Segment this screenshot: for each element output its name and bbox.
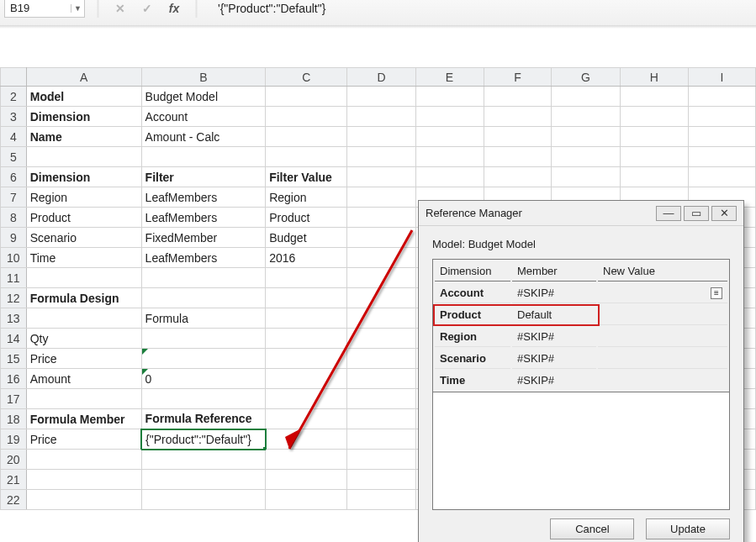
row-header-2[interactable]: 2 <box>1 87 27 107</box>
cell-empty[interactable] <box>620 167 688 187</box>
col-member[interactable]: Member <box>512 261 596 282</box>
cell-C8[interactable]: Product <box>266 208 347 228</box>
cell-B5[interactable] <box>141 147 266 167</box>
cell-C17[interactable] <box>266 389 347 409</box>
cell-A4[interactable]: Name <box>26 127 141 147</box>
col-newvalue[interactable]: New Value <box>598 261 727 282</box>
fx-icon[interactable]: fx <box>165 0 183 17</box>
cell-empty[interactable] <box>347 167 415 187</box>
cell-empty[interactable] <box>347 369 415 389</box>
cell-C21[interactable] <box>266 470 347 490</box>
cell-A19[interactable]: Price <box>26 429 141 450</box>
cell-A3[interactable]: Dimension <box>26 107 141 127</box>
cell-B15[interactable] <box>141 349 266 369</box>
cell-C20[interactable] <box>266 450 347 470</box>
cell-A2[interactable]: Model <box>26 87 141 107</box>
cell-empty[interactable] <box>347 409 415 429</box>
row-header-6[interactable]: 6 <box>1 167 27 187</box>
dim-row-region[interactable]: Region#SKIP# <box>435 327 727 347</box>
row-header-4[interactable]: 4 <box>1 127 27 147</box>
cell-empty[interactable] <box>347 228 415 248</box>
cell-A11[interactable] <box>26 268 141 288</box>
cell-B2[interactable]: Budget Model <box>141 87 266 107</box>
row-header-5[interactable]: 5 <box>1 147 27 167</box>
cell-C18[interactable] <box>266 409 347 429</box>
cell-B7[interactable]: LeafMembers <box>141 187 266 208</box>
cell-B22[interactable] <box>141 490 266 510</box>
row-header-12[interactable]: 12 <box>1 288 27 308</box>
row-header-19[interactable]: 19 <box>1 429 27 450</box>
maximize-icon[interactable]: ▭ <box>684 206 709 221</box>
cell-empty[interactable] <box>347 87 415 107</box>
cell-empty[interactable] <box>688 127 755 147</box>
cell-A17[interactable] <box>26 389 141 409</box>
cell-A9[interactable]: Scenario <box>26 228 141 248</box>
row-header-11[interactable]: 11 <box>1 268 27 288</box>
col-header-G[interactable]: G <box>552 68 620 87</box>
cell-A20[interactable] <box>26 450 141 470</box>
minimize-icon[interactable]: — <box>656 206 681 221</box>
row-header-17[interactable]: 17 <box>1 389 27 409</box>
cell-empty[interactable] <box>620 147 688 167</box>
cell-empty[interactable] <box>347 288 415 308</box>
cell-empty[interactable] <box>552 167 620 187</box>
accept-formula-icon[interactable]: ✓ <box>138 0 156 17</box>
col-dimension[interactable]: Dimension <box>435 261 510 282</box>
cell-A10[interactable]: Time <box>26 248 141 268</box>
col-header-F[interactable]: F <box>484 68 552 87</box>
cell-empty[interactable] <box>415 127 484 147</box>
col-header-D[interactable]: D <box>347 68 415 87</box>
cell-B6[interactable]: Filter <box>141 167 266 187</box>
row-header-8[interactable]: 8 <box>1 208 27 228</box>
row-header-13[interactable]: 13 <box>1 308 27 329</box>
cell-empty[interactable] <box>552 107 620 127</box>
row-header-7[interactable]: 7 <box>1 187 27 208</box>
row-header-18[interactable]: 18 <box>1 409 27 429</box>
cell-C3[interactable] <box>266 107 347 127</box>
cell-C16[interactable] <box>266 369 347 389</box>
cell-empty[interactable] <box>415 167 484 187</box>
cell-B19[interactable]: {"Product":"Default"} <box>141 429 266 450</box>
cell-empty[interactable] <box>620 107 688 127</box>
dim-row-account[interactable]: Account#SKIP#≡ <box>435 283 727 303</box>
cell-A16[interactable]: Amount <box>26 369 141 389</box>
cell-B14[interactable] <box>141 329 266 349</box>
col-header-H[interactable]: H <box>620 68 688 87</box>
cell-A18[interactable]: Formula Member <box>26 409 141 429</box>
col-header-C[interactable]: C <box>266 68 347 87</box>
cell-empty[interactable] <box>347 450 415 470</box>
cell-empty[interactable] <box>347 349 415 369</box>
row-header-9[interactable]: 9 <box>1 228 27 248</box>
cell-C7[interactable]: Region <box>266 187 347 208</box>
cell-empty[interactable] <box>620 87 688 107</box>
cell-A22[interactable] <box>26 490 141 510</box>
row-header-20[interactable]: 20 <box>1 450 27 470</box>
row-header-3[interactable]: 3 <box>1 107 27 127</box>
row-header-14[interactable]: 14 <box>1 329 27 349</box>
cell-C15[interactable] <box>266 349 347 369</box>
cell-C6[interactable]: Filter Value <box>266 167 347 187</box>
cell-C14[interactable] <box>266 329 347 349</box>
cell-empty[interactable] <box>347 208 415 228</box>
dialog-titlebar[interactable]: Reference Manager — ▭ ✕ <box>419 201 743 226</box>
col-header-I[interactable]: I <box>688 68 755 87</box>
cell-C9[interactable]: Budget <box>266 228 347 248</box>
cell-empty[interactable] <box>347 329 415 349</box>
cell-A14[interactable]: Qty <box>26 329 141 349</box>
row-header-22[interactable]: 22 <box>1 490 27 510</box>
cell-empty[interactable] <box>484 167 552 187</box>
cell-empty[interactable] <box>552 127 620 147</box>
cell-empty[interactable] <box>347 147 415 167</box>
cell-B4[interactable]: Amount - Calc <box>141 127 266 147</box>
dim-row-scenario[interactable]: Scenario#SKIP# <box>435 349 727 369</box>
close-icon[interactable]: ✕ <box>711 206 737 221</box>
cell-A6[interactable]: Dimension <box>26 167 141 187</box>
cancel-button[interactable]: Cancel <box>550 518 634 539</box>
cell-C12[interactable] <box>266 288 347 308</box>
cell-C10[interactable]: 2016 <box>266 248 347 268</box>
cell-empty[interactable] <box>688 147 755 167</box>
cell-B13[interactable]: Formula <box>141 308 266 329</box>
cell-empty[interactable] <box>347 429 415 450</box>
cell-B17[interactable] <box>141 389 266 409</box>
cell-B3[interactable]: Account <box>141 107 266 127</box>
